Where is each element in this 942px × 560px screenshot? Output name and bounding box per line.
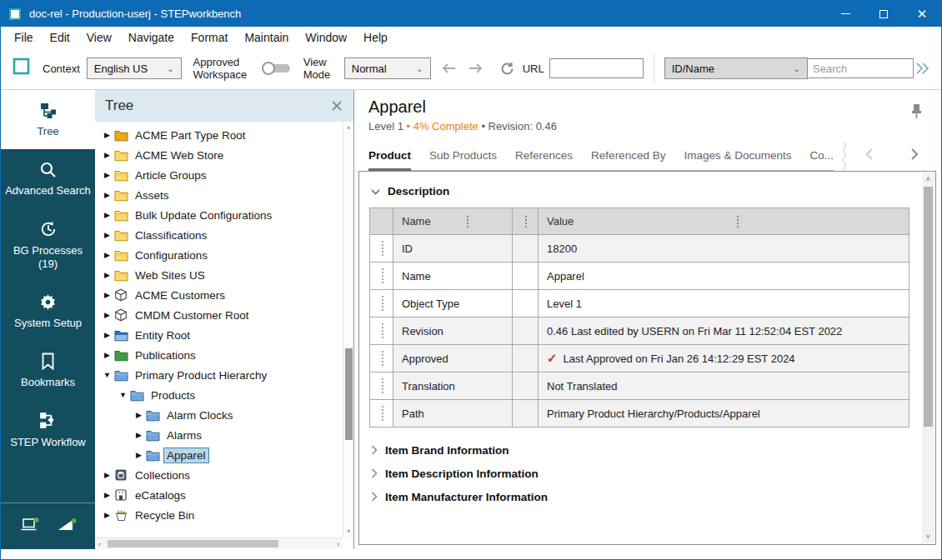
collapse-arrow-icon[interactable]: ▼ (118, 391, 128, 399)
expand-arrow-icon[interactable]: ▶ (102, 211, 113, 219)
tree-close-button[interactable] (330, 99, 343, 112)
tree-horizontal-scrollbar[interactable]: ‹ › (95, 538, 343, 549)
scroll-up-icon[interactable]: ˄ (343, 124, 353, 132)
tree-item-recycle-bin[interactable]: ▶Recycle Bin (95, 505, 343, 525)
section-item-brand-information[interactable]: Item Brand Information (371, 438, 915, 462)
tree-hscroll-thumb[interactable] (108, 540, 278, 548)
tree-item-bulk-update-configurations[interactable]: ▶Bulk Update Configurations (95, 205, 343, 225)
menu-item-maintain[interactable]: Maintain (236, 31, 297, 44)
tree-item-web-sites-us[interactable]: ▶Web Sites US (95, 265, 343, 285)
pin-icon[interactable] (910, 103, 923, 122)
tab-scroll-left-button[interactable] (864, 148, 874, 164)
row-drag-handle-icon[interactable] (378, 351, 386, 366)
tab-product[interactable]: Product (368, 149, 411, 171)
row-drag-handle-icon[interactable] (378, 296, 386, 311)
detail-vertical-scrollbar[interactable]: ˄ ˅ (922, 172, 934, 543)
row-drag-handle-icon[interactable] (378, 378, 386, 393)
sidebar-item-system-setup[interactable]: System Setup (1, 282, 95, 341)
expand-arrow-icon[interactable]: ▶ (102, 191, 113, 199)
tree-item-article-groups[interactable]: ▶Article Groups (95, 165, 343, 185)
expand-arrow-icon[interactable]: ▶ (102, 331, 113, 339)
tab-referenced-by[interactable]: Referenced By (591, 149, 665, 171)
menu-item-help[interactable]: Help (355, 31, 396, 44)
tab-images-documents[interactable]: Images & Documents (684, 149, 791, 171)
menu-item-edit[interactable]: Edit (42, 31, 78, 44)
expand-arrow-icon[interactable]: ▶ (102, 291, 113, 299)
tree-item-configurations[interactable]: ▶Configurations (95, 245, 343, 265)
row-drag-handle-icon[interactable] (378, 323, 386, 338)
context-select[interactable]: English US ⌄ (87, 58, 182, 79)
scroll-left-icon[interactable]: ‹ (98, 540, 101, 548)
scroll-right-icon[interactable]: › (337, 540, 339, 548)
expand-arrow-icon[interactable]: ▶ (102, 511, 113, 519)
attribute-value[interactable]: 18200 (547, 242, 577, 255)
refresh-button[interactable] (500, 62, 514, 76)
expand-arrow-icon[interactable]: ▶ (102, 471, 113, 479)
tree-scroll-thumb[interactable] (345, 348, 353, 440)
ramp-icon-button[interactable] (57, 517, 77, 536)
tree-item-entity-root[interactable]: ▶Entity Root (95, 325, 343, 345)
menu-item-file[interactable]: File (6, 31, 42, 44)
tree-item-cmdm-customer-root[interactable]: ▶CMDM Customer Root (95, 305, 343, 325)
tree-item-assets[interactable]: ▶Assets (95, 185, 343, 205)
scroll-down-icon[interactable]: ˅ (922, 532, 934, 541)
attribute-value[interactable]: Not Translated (547, 380, 618, 392)
tree-item-primary-product-hierarchy[interactable]: ▼Primary Product Hierarchy (95, 365, 343, 385)
row-drag-handle-icon[interactable] (378, 268, 386, 283)
scroll-up-icon[interactable]: ˄ (922, 175, 934, 183)
tree-vertical-scrollbar[interactable]: ˄ ˅ (343, 122, 353, 538)
sidebar-item-bg-processes-19[interactable]: BG Processes (19) (1, 209, 95, 282)
view-mode-select[interactable]: Normal ⌄ (344, 58, 431, 79)
menu-item-navigate[interactable]: Navigate (120, 31, 183, 44)
search-input[interactable] (807, 58, 914, 78)
expand-arrow-icon[interactable]: ▶ (102, 151, 113, 159)
menu-item-window[interactable]: Window (297, 31, 355, 44)
sidebar-item-bookmarks[interactable]: Bookmarks (1, 341, 95, 400)
row-drag-handle-icon[interactable] (378, 406, 386, 421)
expand-arrow-icon[interactable]: ▶ (102, 171, 113, 179)
column-menu-icon[interactable] (431, 216, 505, 228)
menu-item-view[interactable]: View (78, 31, 120, 44)
section-item-description-information[interactable]: Item Description Information (371, 462, 915, 485)
column-menu-icon[interactable] (521, 216, 531, 228)
expand-arrow-icon[interactable]: ▶ (133, 411, 144, 419)
collapse-arrow-icon[interactable]: ▼ (102, 371, 113, 379)
section-description[interactable]: Description (371, 185, 915, 198)
tab-scroll-right-button[interactable] (909, 148, 919, 164)
close-button[interactable]: ✕ (903, 1, 941, 27)
attribute-value[interactable]: Apparel (547, 270, 584, 282)
tab-references[interactable]: References (515, 149, 573, 171)
menu-item-format[interactable]: Format (183, 31, 236, 44)
section-item-manufacturer-information[interactable]: Item Manufacturer Information (371, 485, 915, 508)
scroll-down-icon[interactable]: ˅ (343, 528, 353, 535)
tree-item-alarm-clocks[interactable]: ▶Alarm Clocks (95, 405, 343, 425)
expand-arrow-icon[interactable]: ▶ (102, 351, 113, 359)
expand-arrow-icon[interactable]: ▶ (102, 311, 113, 319)
sidebar-item-step-workflow[interactable]: STEP Workflow (1, 401, 95, 460)
tree-item-acme-part-type-root[interactable]: ▶ACME Part Type Root (95, 125, 343, 145)
tab-co[interactable]: Co... (809, 149, 834, 171)
maximize-button[interactable] (864, 1, 903, 27)
attribute-value[interactable]: Last Approved on Fri Jan 26 14:12:29 EST… (564, 352, 795, 365)
sidebar-item-tree[interactable]: Tree (1, 90, 95, 149)
expand-toolbar-button[interactable] (914, 62, 930, 75)
detail-scroll-thumb[interactable] (924, 187, 933, 427)
back-button[interactable] (441, 62, 457, 74)
search-type-select[interactable]: ID/Name ⌄ (664, 58, 808, 79)
tree-item-ecatalogs[interactable]: ▶eCatalogs (95, 485, 343, 505)
column-menu-icon[interactable] (574, 216, 902, 228)
tree-item-classifications[interactable]: ▶Classifications (95, 225, 343, 245)
expand-arrow-icon[interactable]: ▶ (102, 231, 113, 239)
attribute-value[interactable]: 0.46 Last edited by USERN on Fri Mar 11 … (547, 325, 842, 338)
tab-sub-products[interactable]: Sub Products (429, 149, 497, 171)
expand-arrow-icon[interactable]: ▶ (133, 451, 144, 459)
attribute-value[interactable]: Primary Product Hierarchy/Products/Appar… (547, 408, 760, 420)
row-drag-handle-icon[interactable] (378, 241, 386, 256)
tree-item-acme-customers[interactable]: ▶ACME Customers (95, 285, 343, 305)
tree-item-products[interactable]: ▼Products (95, 385, 343, 405)
tree-item-collections[interactable]: ▶Collections (95, 465, 343, 485)
url-input[interactable] (549, 58, 644, 78)
devices-icon-button[interactable] (20, 517, 40, 536)
forward-button[interactable] (468, 62, 484, 74)
attribute-value[interactable]: Level 1 (547, 298, 582, 310)
